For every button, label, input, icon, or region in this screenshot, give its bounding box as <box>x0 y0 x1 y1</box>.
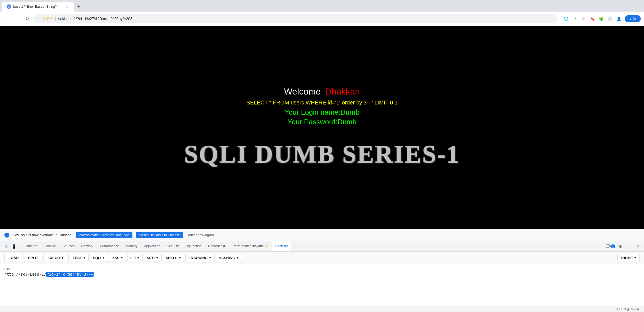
tab-favicon: G <box>7 4 11 9</box>
content-area: Welcome Dhakkan SELECT * FROM users WHER… <box>0 26 644 312</box>
user-name: Dhakkan <box>325 87 360 96</box>
hackbar-lfi-dropdown[interactable]: LFI ▼ <box>127 254 142 262</box>
hackbar-theme-dropdown[interactable]: THEME ▼ <box>617 254 640 262</box>
tab-recorder[interactable]: Recorder ⏺ <box>205 241 229 252</box>
settings-icon: ⚙ <box>619 244 622 249</box>
device-emulation-button[interactable]: 📱 <box>10 243 18 250</box>
tab-performance[interactable]: Performance <box>97 241 122 252</box>
hackbar-url-area: URL http://sql/Less-1/?id=1' order by 3-… <box>0 264 644 306</box>
url-prefix: http://sql/Less-1/ <box>4 272 46 276</box>
tab-console[interactable]: Console <box>40 241 59 252</box>
hackbar-url-input[interactable]: http://sql/Less-1/?id=1' order by 3--+ <box>4 272 640 276</box>
profile-button[interactable]: 👤 <box>615 15 623 23</box>
refresh-button[interactable]: ↻ <box>23 15 31 23</box>
url-label: URL <box>4 268 640 271</box>
hackbar-xss-dropdown[interactable]: XSS ▼ <box>109 254 126 262</box>
new-tab-button[interactable]: + <box>75 3 83 10</box>
update-button[interactable]: 更新 <box>625 15 641 22</box>
tab-lighthouse[interactable]: Lighthouse <box>182 241 205 252</box>
match-language-button[interactable]: Always match Chrome's language <box>76 232 132 238</box>
hackbar-shell-dropdown[interactable]: SHELL ▼ <box>163 254 184 262</box>
hackbar-load-button[interactable]: LOAD <box>4 254 23 262</box>
devtools-panel: ⬡ 📱 Elements Console Sources Network Per… <box>0 241 644 312</box>
browser-tab-active[interactable]: G Less-1 **Error Based- String** ✕ <box>2 2 74 12</box>
devtools-settings-button[interactable]: ⚙ <box>616 243 624 250</box>
tab-sources[interactable]: Sources <box>59 241 78 252</box>
lfi-dropdown-chevron: ▼ <box>137 256 140 259</box>
console-badge: 1 <box>610 244 615 248</box>
login-name-text: Your Login name:Dumb <box>284 108 359 117</box>
inspect-element-button[interactable]: ⬡ <box>2 243 10 250</box>
sidebar-button[interactable]: ⬜ <box>606 15 614 23</box>
hashing-dropdown-chevron: ▼ <box>236 256 239 259</box>
security-warning-icon: ⚠ <box>36 17 40 21</box>
translate-button[interactable]: 🌐 <box>562 15 570 23</box>
hackbar-ssti-dropdown[interactable]: SSTI ▼ <box>144 254 162 262</box>
puzzle-icon: 🧩 <box>599 17 604 21</box>
back-icon: ← <box>5 16 9 21</box>
extensions-button[interactable]: 🧩 <box>597 15 605 23</box>
sidebar-icon: ⬜ <box>608 17 612 21</box>
close-icon: ✕ <box>636 244 640 249</box>
address-bar[interactable]: ⚠ 不安全 | sql/Less-1/?id=1%27%20order%20by… <box>33 14 558 23</box>
hackbar-split-button[interactable]: SPLIT <box>24 254 42 262</box>
dont-show-again-link[interactable]: Don't show again <box>186 233 214 237</box>
hackbar-sqli-dropdown[interactable]: SQLI ▼ <box>90 254 108 262</box>
tab-separator <box>19 244 19 249</box>
theme-dropdown-chevron: ▼ <box>634 256 637 259</box>
bookmark-icon: 🔖 <box>590 17 595 21</box>
devtools-toolbar-icons: 💬 1 ⚙ ⋮ ✕ <box>605 243 642 250</box>
address-bar-area: ← → ↻ ⚠ 不安全 | sql/Less-1/?id=1%27%20orde… <box>0 12 644 26</box>
tab-title: Less-1 **Error Based- String** <box>13 5 62 9</box>
device-icon: 📱 <box>12 244 16 249</box>
console-message-icon: 💬 <box>605 244 610 248</box>
translate-icon: 🌐 <box>564 17 568 21</box>
hackbar-test-dropdown[interactable]: TEST ▼ <box>70 254 89 262</box>
back-button[interactable]: ← <box>3 15 11 23</box>
address-bar-actions: 🌐 ↗ ☆ 🔖 🧩 ⬜ 👤 更新 <box>562 15 641 23</box>
svg-text:G: G <box>8 6 10 8</box>
refresh-icon: ↻ <box>25 16 29 21</box>
tab-elements[interactable]: Elements <box>20 241 40 252</box>
shell-dropdown-chevron: ▼ <box>178 256 181 259</box>
cursor-icon: ⬡ <box>4 244 8 249</box>
xss-dropdown-chevron: ▼ <box>121 256 123 259</box>
encoding-dropdown-chevron: ▼ <box>209 256 211 259</box>
switch-to-chinese-button[interactable]: Switch DevTools to Chinese <box>136 232 183 238</box>
hackbar-encoding-dropdown[interactable]: ENCODING ▼ <box>185 254 214 262</box>
tab-application[interactable]: Application <box>141 241 164 252</box>
bookmarks-manager-button[interactable]: 🔖 <box>588 15 596 23</box>
hackbar-hashing-dropdown[interactable]: HASHING ▼ <box>216 254 242 262</box>
tab-memory[interactable]: Memory <box>122 241 141 252</box>
welcome-text: Welcome <box>284 87 321 96</box>
bookmark-button[interactable]: ☆ <box>580 15 587 23</box>
ssti-dropdown-chevron: ▼ <box>156 256 159 259</box>
tab-bar: G Less-1 **Error Based- String** ✕ + <box>0 0 644 12</box>
share-button[interactable]: ↗ <box>571 15 578 23</box>
tab-network[interactable]: Network <box>78 241 97 252</box>
security-text: 不安全 <box>42 16 53 21</box>
tab-performance-insights[interactable]: Performance insights ⚡ <box>229 241 272 252</box>
tab-security[interactable]: Security <box>164 241 182 252</box>
devtools-close-button[interactable]: ✕ <box>634 243 642 250</box>
tab-close-button[interactable]: ✕ <box>64 4 69 9</box>
sqli-title: SQLI DUMB SERIES-1 <box>184 140 460 168</box>
info-icon: i <box>4 233 9 238</box>
browser-frame: G Less-1 **Error Based- String** ✕ + ← →… <box>0 0 644 312</box>
sqli-dropdown-chevron: ▼ <box>102 256 105 259</box>
devtools-notification: i DevTools is now available in Chinese! … <box>0 229 644 241</box>
more-icon: ⋮ <box>627 244 631 249</box>
hackbar-execute-button[interactable]: EXECUTE <box>44 254 69 262</box>
notification-message: DevTools is now available in Chinese! <box>13 233 73 237</box>
devtools-tab-bar: ⬡ 📱 Elements Console Sources Network Per… <box>0 241 644 252</box>
console-badge-area: 💬 1 <box>605 244 615 248</box>
hackbar-toolbar: LOAD SPLIT EXECUTE TEST ▼ SQLI ▼ XSS ▼ L… <box>0 252 644 264</box>
tab-hackbar[interactable]: HackBar <box>272 241 291 252</box>
bottom-status-bar: CSDN @ 彭永春 <box>0 306 644 312</box>
forward-button[interactable]: → <box>13 15 21 23</box>
url-display: sql/Less-1/?id=1%27%20order%20by%203--+ <box>58 17 554 21</box>
url-query-highlight: ?id=1' order by 3--+ <box>46 272 94 277</box>
forward-icon: → <box>15 16 19 21</box>
devtools-more-button[interactable]: ⋮ <box>625 243 633 250</box>
welcome-section: Welcome Dhakkan <box>284 87 360 97</box>
